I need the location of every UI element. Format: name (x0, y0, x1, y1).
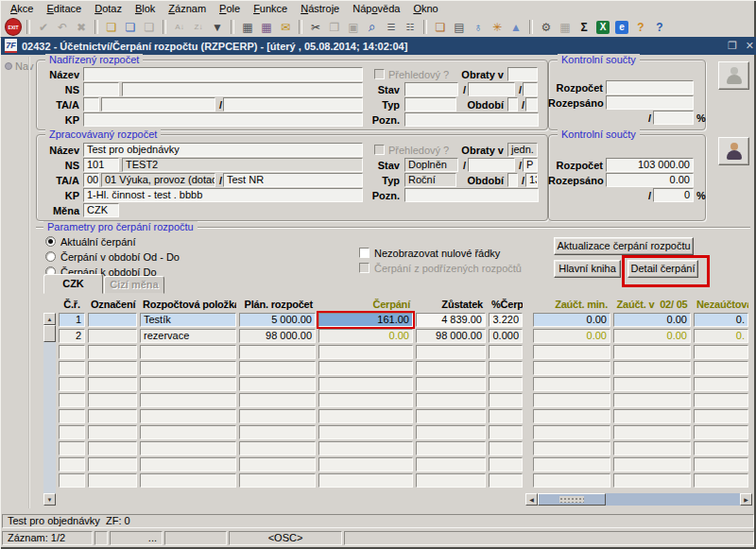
parent-pozn-field[interactable] (404, 112, 539, 127)
current-mena-field[interactable]: CZK (83, 203, 119, 217)
parent-stav-field[interactable] (404, 82, 458, 96)
tools-icon[interactable]: ⚙ (538, 19, 555, 36)
menu-okno[interactable]: Okno (406, 1, 444, 16)
sort-asc-icon[interactable]: A↓ (171, 19, 188, 36)
cell-zauct_v[interactable] (613, 425, 691, 439)
cell-zauct_min[interactable] (533, 457, 610, 472)
cell-pct[interactable] (489, 345, 523, 359)
cell-plan[interactable] (239, 441, 316, 455)
cell-oznaceni[interactable] (88, 393, 137, 407)
cell-nezauct[interactable] (694, 393, 748, 407)
cell-zauct_min[interactable] (533, 393, 610, 407)
cell-plan[interactable] (239, 457, 316, 472)
cell-oznaceni[interactable] (88, 329, 137, 343)
menu-funkce[interactable]: Funkce (247, 1, 294, 16)
cell-pct[interactable] (489, 425, 523, 439)
cut-icon[interactable]: ✂ (307, 19, 324, 36)
cell-polozka[interactable] (140, 361, 236, 375)
cell-pct[interactable] (489, 473, 523, 488)
current-rozepsano-field[interactable]: 0.00 (606, 173, 694, 187)
wizard-help-icon[interactable]: ? (632, 19, 649, 36)
cell-plan[interactable] (239, 425, 316, 439)
parent-obdobi2-field[interactable] (525, 97, 538, 112)
cell-zustatek[interactable]: 98 000.00 (416, 329, 486, 343)
menu-záznam[interactable]: Záznam (162, 1, 213, 16)
vertical-scrollbar[interactable]: ▲ ▼ (43, 313, 56, 506)
current-percent-field[interactable]: 0 (653, 188, 694, 202)
cell-zauct_min[interactable] (533, 441, 610, 455)
cell-nezauct[interactable] (694, 457, 748, 472)
cell-cr[interactable] (59, 457, 85, 472)
cell-plan[interactable] (239, 409, 316, 423)
web-icon[interactable]: ♁ (470, 19, 487, 36)
menu-nástroje[interactable]: Nástroje (294, 1, 346, 16)
scroll-up-icon[interactable]: ▲ (43, 313, 56, 325)
cancel-query-icon[interactable]: ❏ (141, 19, 158, 36)
cell-cerpani[interactable] (318, 425, 413, 439)
cell-plan[interactable]: 5 000.00 (239, 313, 316, 327)
cell-polozka[interactable] (140, 473, 236, 488)
cell-zustatek[interactable] (416, 361, 486, 375)
current-stav3-field[interactable]: P (523, 158, 538, 172)
menu-dotaz[interactable]: Dotaz (88, 1, 129, 16)
horizontal-scroll-thumb[interactable] (538, 493, 606, 506)
current-ns-code-field[interactable]: 101 (83, 158, 119, 172)
parent-stav2-field[interactable] (468, 82, 515, 96)
cell-polozka[interactable] (140, 393, 236, 407)
cell-pct[interactable] (489, 361, 523, 375)
cell-zustatek[interactable] (416, 345, 486, 359)
cell-cr[interactable] (59, 377, 85, 391)
cell-zauct_min[interactable]: 0.00 (533, 313, 610, 327)
cell-zauct_v[interactable] (613, 377, 691, 391)
paste-icon[interactable]: ▣ (345, 19, 362, 36)
cell-cerpani[interactable] (318, 457, 413, 472)
horizontal-scroll-track[interactable] (606, 493, 740, 506)
parent-nazev-field[interactable] (83, 67, 363, 81)
cell-zauct_v[interactable] (613, 457, 691, 472)
tree-icon[interactable]: ☷ (402, 19, 419, 36)
current-kp-field[interactable]: 1-Hl. činnost - test . bbbb (83, 188, 363, 202)
cell-cr[interactable] (59, 473, 85, 488)
cell-zauct_min[interactable] (533, 377, 610, 391)
cell-nezauct[interactable] (694, 345, 748, 359)
cell-zustatek[interactable] (416, 409, 486, 423)
vertical-scroll-track[interactable] (43, 342, 56, 493)
cell-polozka[interactable]: rezervace (140, 329, 236, 343)
cell-pct[interactable] (489, 377, 523, 391)
cell-oznaceni[interactable] (88, 345, 137, 359)
print-color-icon[interactable]: ▦ (258, 19, 275, 36)
current-nazev-field[interactable]: Test pro objednávky (83, 143, 363, 157)
cell-oznaceni[interactable] (88, 409, 137, 423)
explorer-icon[interactable]: e (613, 19, 630, 36)
cell-polozka[interactable] (140, 409, 236, 423)
current-akce-field[interactable]: Test NR (223, 173, 363, 187)
execute-query-icon[interactable]: ❏ (122, 19, 139, 36)
cell-nezauct[interactable] (694, 441, 748, 455)
cell-cr[interactable] (59, 393, 85, 407)
cell-zustatek[interactable] (416, 441, 486, 455)
current-responsible-person-button[interactable] (718, 137, 749, 165)
cell-zauct_min[interactable] (533, 361, 610, 375)
cell-cerpani[interactable] (318, 441, 413, 455)
cell-zustatek[interactable] (416, 377, 486, 391)
parent-percent-field[interactable] (653, 111, 694, 125)
drawdown-detail-button[interactable]: Detail čerpání (627, 260, 698, 278)
scroll-right-icon[interactable]: ▶ (740, 493, 752, 506)
cell-zauct_v[interactable] (613, 441, 691, 455)
filter-icon[interactable]: ▼ (209, 19, 226, 36)
cell-zauct_v[interactable] (613, 345, 691, 359)
parent-ta-code-field[interactable] (83, 97, 99, 112)
cell-cr[interactable] (59, 441, 85, 455)
cell-polozka[interactable] (140, 441, 236, 455)
menu-pole[interactable]: Pole (213, 1, 247, 16)
vertical-scroll-thumb[interactable] (43, 325, 56, 342)
parent-ta-name-field[interactable] (101, 97, 215, 112)
parent-rozepsano-field[interactable] (606, 95, 694, 110)
cell-cerpani[interactable] (318, 409, 413, 423)
cell-polozka[interactable] (140, 377, 236, 391)
document-icon[interactable]: ▤ (451, 19, 468, 36)
cell-zauct_min[interactable] (533, 345, 610, 359)
cell-oznaceni[interactable] (88, 425, 137, 439)
cell-cerpani[interactable] (318, 345, 413, 359)
parent-kp-field[interactable] (83, 112, 363, 127)
